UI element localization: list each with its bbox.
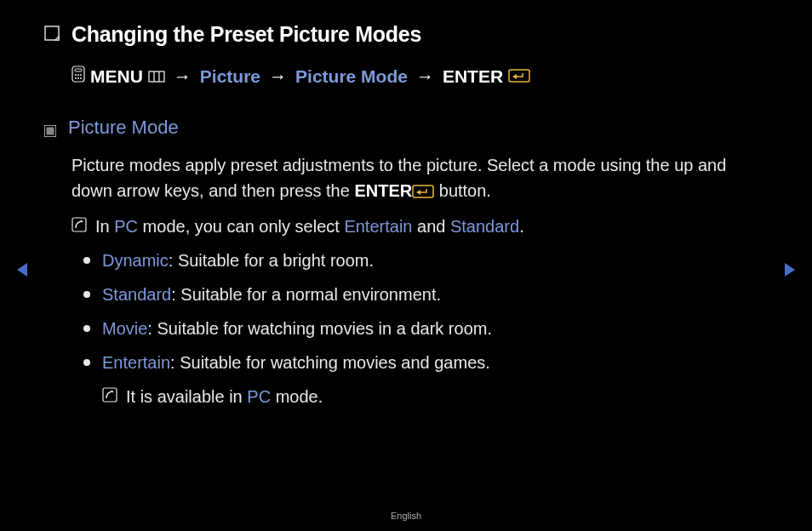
svg-point-6 xyxy=(80,74,82,76)
svg-rect-10 xyxy=(149,71,164,82)
footer-language: English xyxy=(0,509,812,523)
bullet-icon xyxy=(83,257,90,264)
svg-point-4 xyxy=(75,74,77,76)
breadcrumb-picture: Picture xyxy=(200,63,260,90)
page-title: Changing the Preset Picture Modes xyxy=(71,19,421,51)
enter-icon xyxy=(412,180,434,205)
list-item: Movie: Suitable for watching movies in a… xyxy=(83,316,768,341)
svg-marker-14 xyxy=(512,74,517,79)
sub-note: It is available in PC mode. xyxy=(126,384,323,409)
menu-grid-icon xyxy=(148,63,165,90)
note-icon xyxy=(102,384,117,409)
pc-note: In PC mode, you can only select Entertai… xyxy=(95,214,524,239)
breadcrumb: MENU → Picture → Picture Mode → ENTER xyxy=(71,63,768,90)
section-bullet-icon xyxy=(44,118,56,144)
next-page-button[interactable] xyxy=(783,259,797,284)
list-item: Standard: Suitable for a normal environm… xyxy=(83,282,768,307)
svg-rect-21 xyxy=(103,388,117,402)
arrow-icon: → xyxy=(269,63,287,90)
svg-rect-3 xyxy=(75,69,82,71)
arrow-icon: → xyxy=(416,63,434,90)
breadcrumb-picture-mode: Picture Mode xyxy=(295,63,408,90)
svg-marker-18 xyxy=(416,190,420,195)
bullet-icon xyxy=(83,325,90,332)
svg-rect-17 xyxy=(413,186,433,197)
arrow-icon: → xyxy=(174,63,192,90)
svg-rect-19 xyxy=(72,218,86,231)
list-item: Dynamic: Suitable for a bright room. xyxy=(83,248,768,273)
svg-rect-13 xyxy=(509,70,529,82)
svg-marker-24 xyxy=(785,263,795,277)
enter-label: ENTER xyxy=(443,63,503,90)
menu-label: MENU xyxy=(90,63,143,90)
enter-icon xyxy=(508,63,530,90)
remote-icon xyxy=(71,63,85,90)
svg-point-5 xyxy=(77,74,79,76)
svg-point-9 xyxy=(80,77,82,79)
section-heading: Picture Mode xyxy=(68,113,179,141)
book-page-icon xyxy=(44,22,60,48)
svg-marker-23 xyxy=(17,263,27,277)
note-icon xyxy=(71,214,87,239)
svg-rect-16 xyxy=(47,128,54,135)
svg-point-7 xyxy=(75,77,77,79)
intro-paragraph: Picture modes apply preset adjustments t… xyxy=(71,152,768,205)
bullet-icon xyxy=(83,291,90,298)
prev-page-button[interactable] xyxy=(15,259,29,284)
svg-point-8 xyxy=(77,77,79,79)
bullet-icon xyxy=(83,359,90,366)
list-item: Entertain: Suitable for watching movies … xyxy=(83,350,768,375)
